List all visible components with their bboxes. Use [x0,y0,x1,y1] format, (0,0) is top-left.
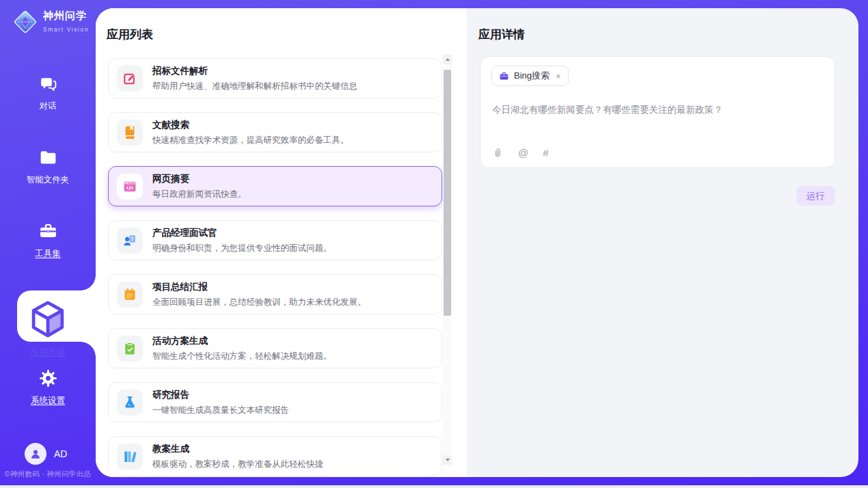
app-list-item[interactable]: 活动方案生成 智能生成个性化活动方案，轻松解决规划难题。 [108,328,442,368]
sidebar-item-label: 工具集 [0,248,96,260]
bottom-edge-strip [0,485,868,488]
clipboard-check-icon [122,341,137,356]
edit-doc-icon [122,71,137,86]
input-action-bar: @# [492,147,549,159]
arrow-up-icon [446,58,450,61]
app-list-title: 应用列表 [107,27,153,42]
tool-chip-label: Bing搜索 [514,70,550,82]
briefcase-icon [499,71,509,81]
interview-icon [122,233,137,248]
scroll-up-button[interactable] [443,55,452,64]
app-name: 招标文件解析 [152,65,357,77]
app-list-item[interactable]: 研究报告 一键智能生成高质量长文本研究报告 [108,382,442,422]
paperclip-icon[interactable] [492,147,504,159]
sidebar-item-label: 系统设置 [0,395,96,407]
avatar [25,443,46,465]
app-name: 网页摘要 [152,173,247,185]
app-description: 一键智能生成高质量长文本研究报告 [152,405,289,416]
app-name: 活动方案生成 [152,335,332,347]
main-panel: 应用列表 招标文件解析 帮助用户快速、准确地理解和解析招标书中的关键信息 文献搜… [96,8,858,477]
app-description: 全面回顾项目进展，总结经验教训，助力未来优化发展。 [152,297,366,308]
app-list-item[interactable]: 招标文件解析 帮助用户快速、准确地理解和解析招标书中的关键信息 [108,58,442,98]
run-button[interactable]: 运行 [796,186,835,206]
app-description: 明确身份和职责，为您提供专业性的面试问题。 [152,243,332,254]
app-list-item[interactable]: 项目总结汇报 全面回顾项目进展，总结经验教训，助力未来优化发展。 [108,274,442,314]
app-icon-tile [117,444,143,470]
app-list-item[interactable]: 网页摘要 每日政府新闻资讯快查。 [108,166,442,206]
scroll-down-button[interactable] [443,455,452,465]
app-name: 产品经理面试官 [152,227,332,239]
flask-icon [122,395,137,410]
app-description: 快速精准查找学术资源，提高研究效率的必备工具。 [152,135,349,146]
app-name: 文献搜索 [152,119,349,131]
sidebar-item-toolset[interactable]: 工具集 [0,221,96,260]
gear-icon [38,368,58,388]
app-icon-tile [117,174,143,200]
sidebar-item-smart-folders[interactable]: 智能文件夹 [0,148,96,186]
sidebar-item-label: 对话 [0,100,96,112]
arrow-down-icon [446,459,450,461]
user-account[interactable]: AD [25,443,67,465]
app-list-item[interactable]: 文献搜索 快速精准查找学术资源，提高研究效率的必备工具。 [108,112,442,152]
app-detail-title: 应用详情 [478,27,525,42]
app-icon-tile [117,390,143,416]
prompt-card: Bing搜索 × 今日湖北有哪些新闻要点？有哪些需要关注的最新政策？ @# [480,56,835,168]
app-description: 每日政府新闻资讯快查。 [152,189,247,200]
diamond-logo-icon [12,9,38,35]
folder-icon [38,148,58,167]
app-icon-tile [117,336,143,362]
chat-icon [38,74,58,94]
sidebar-item-label: 智能文件夹 [0,174,96,186]
scrollbar-thumb[interactable] [444,70,451,316]
brand-name: 神州问学 [43,10,89,22]
sidebar-item-chat[interactable]: 对话 [0,74,96,112]
app-icon-tile [117,282,143,308]
brand-logo: 神州问学 Smart Vision [12,9,89,35]
app-icon-tile [117,228,143,254]
scrollbar[interactable] [443,55,452,465]
app-icon-tile [117,66,143,92]
toolbox-icon [38,221,58,241]
app-list-item[interactable]: 产品经理面试官 明确身份和职责，为您提供专业性的面试问题。 [108,220,442,260]
book-icon [122,125,137,140]
brand-subtitle: Smart Vision [43,26,89,33]
app-name: 研究报告 [152,389,289,401]
app-name: 项目总结汇报 [152,281,366,293]
app-window: { "brand": { "name_cn": "神州问学", "name_en… [0,0,868,488]
sidebar: 神州问学 Smart Vision 对话 智能文件夹 工具集 应用市场 系统设置… [0,0,96,488]
prompt-text[interactable]: 今日湖北有哪些新闻要点？有哪些需要关注的最新政策？ [492,103,824,117]
app-list-item[interactable]: 教案生成 模板驱动，教案秒成，教学准备从此轻松快捷 [108,436,442,476]
browser-code-icon [122,179,137,194]
app-description: 智能生成个性化活动方案，轻松解决规划难题。 [152,351,332,362]
sidebar-item-label: 应用市场 [17,347,79,358]
app-description: 模板驱动，教案秒成，教学准备从此轻松快捷 [152,459,323,470]
app-detail-panel: 应用详情 Bing搜索 × 今日湖北有哪些新闻要点？有哪些需要关注的最新政策？ … [467,8,858,477]
chip-close-icon[interactable]: × [556,72,561,81]
cube-icon [17,332,79,344]
books-icon [122,449,137,464]
at-icon[interactable]: @ [518,148,528,158]
app-list: 招标文件解析 帮助用户快速、准确地理解和解析招标书中的关键信息 文献搜索 快速精… [108,58,442,477]
sidebar-item-settings[interactable]: 系统设置 [0,368,96,407]
user-icon [29,447,42,461]
app-name: 教案生成 [152,443,323,455]
app-list-panel: 应用列表 招标文件解析 帮助用户快速、准确地理解和解析招标书中的关键信息 文献搜… [96,8,467,477]
app-icon-tile [117,120,143,146]
sidebar-item-app-market[interactable]: 应用市场 [17,290,96,342]
app-description: 帮助用户快速、准确地理解和解析招标书中的关键信息 [152,81,357,92]
hash-icon[interactable]: # [543,148,548,158]
note-icon [122,287,137,302]
user-initials: AD [54,448,67,459]
tool-chip[interactable]: Bing搜索 × [491,66,569,86]
copyright-text: ©神州数码 · 神州问学出品 [0,470,96,479]
